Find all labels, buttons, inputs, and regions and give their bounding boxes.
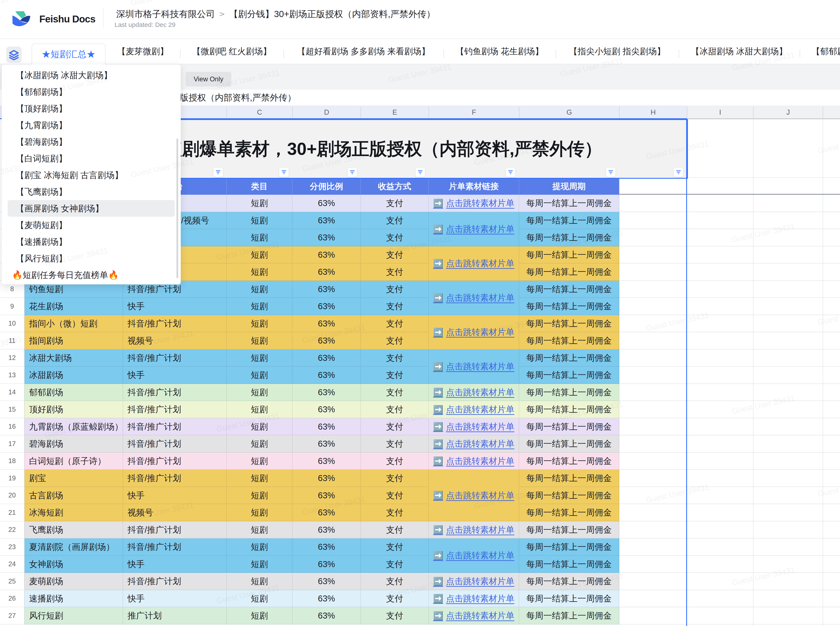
dropdown-item-10[interactable]: 【麦萌短剧】: [8, 217, 175, 233]
dropdown-scrollbar[interactable]: [177, 138, 178, 278]
cell-E14: 支付: [361, 384, 429, 401]
column-header-J[interactable]: J: [753, 105, 823, 119]
cell-G16: 每周一结算上一周佣金: [519, 418, 619, 435]
dropdown-item-11[interactable]: 【速播剧场】: [8, 233, 175, 250]
tab-sheet-6[interactable]: 【冰甜剧场 冰甜大剧场】: [679, 39, 799, 64]
tab-sheet-4[interactable]: 【钓鱼剧场 花生剧场】: [444, 39, 556, 64]
material-link[interactable]: ➡️点击跳转素材片单: [433, 421, 514, 433]
gridline-h: [619, 573, 840, 573]
material-link[interactable]: ➡️点击跳转素材片单: [433, 387, 514, 398]
filter-button-D[interactable]: [347, 167, 357, 177]
column-header-G[interactable]: G: [519, 105, 619, 119]
filter-button-H[interactable]: [674, 167, 683, 177]
gridline-h: [619, 624, 840, 624]
material-link[interactable]: ➡️点击跳转素材片单: [433, 361, 514, 372]
dropdown-item-3[interactable]: 【顶好剧场】: [8, 100, 175, 117]
material-link[interactable]: ➡️点击跳转素材片单: [433, 490, 514, 501]
cell-C7: 短剧: [227, 263, 293, 281]
cell-A13: 冰甜剧场: [25, 366, 123, 384]
cell-D10: 63%: [293, 315, 361, 332]
dropdown-item-2[interactable]: 【郁郁剧场】: [8, 83, 175, 100]
filter-range-border: [619, 194, 840, 195]
cell-F16: ➡️点击跳转素材片单: [429, 418, 519, 435]
dropdown-item-5[interactable]: 【碧海剧场】: [8, 133, 175, 150]
material-link-label: 点击跳转素材片单: [446, 575, 514, 587]
row-number-9: 9: [0, 298, 25, 315]
dropdown-item-1[interactable]: 【冰甜剧场 冰甜大剧场】: [8, 67, 175, 83]
cell-A18: 白词短剧（原子诗）: [25, 452, 123, 470]
material-link[interactable]: ➡️点击跳转素材片单: [433, 549, 514, 561]
material-link[interactable]: ➡️点击跳转素材片单: [433, 610, 514, 621]
material-link-label: 点击跳转素材片单: [446, 361, 514, 372]
material-link[interactable]: ➡️点击跳转素材片单: [433, 258, 514, 269]
cell-G19: 每周一结算上一周佣金: [519, 470, 619, 487]
filter-button-C[interactable]: [279, 167, 289, 177]
material-link[interactable]: ➡️点击跳转素材片单: [433, 524, 514, 536]
cell-C10: 短剧: [227, 315, 293, 332]
gridline-v: [753, 119, 754, 626]
cell-B14: 抖音/推广计划: [123, 384, 227, 401]
row-number-11: 11: [0, 332, 25, 349]
cell-B16: 抖音/推广计划: [123, 418, 227, 435]
material-link[interactable]: ➡️点击跳转素材片单: [433, 197, 514, 209]
material-link[interactable]: ➡️点击跳转素材片单: [433, 575, 514, 587]
column-header-I[interactable]: I: [687, 105, 753, 119]
filter-button-B[interactable]: [213, 167, 223, 177]
material-link[interactable]: ➡️点击跳转素材片单: [433, 455, 514, 467]
cell-C20: 短剧: [227, 487, 293, 504]
cell-D16: 63%: [293, 418, 361, 435]
gridline-h: [619, 332, 840, 332]
material-link[interactable]: ➡️点击跳转素材片单: [433, 326, 514, 338]
column-header-C[interactable]: C: [227, 105, 293, 119]
dropdown-item-6[interactable]: 【白词短剧】: [8, 150, 175, 167]
row-number-20: 20: [0, 487, 25, 504]
cell-D15: 63%: [293, 401, 361, 418]
cell-C16: 短剧: [227, 418, 293, 435]
dropdown-item-9[interactable]: 【画屏剧场 女神剧场】: [8, 200, 175, 217]
column-header-D[interactable]: D: [293, 105, 361, 119]
dropdown-item-4[interactable]: 【九霄剧场】: [8, 117, 175, 133]
tab-sheet-3[interactable]: 【超好看剧场 多多剧场 来看剧场】: [284, 39, 444, 64]
dropdown-item-13[interactable]: 🔥短剧任务每日充值榜单🔥: [8, 267, 175, 283]
dropdown-item-12[interactable]: 【风行短剧】: [8, 250, 175, 267]
tab-sheet-1[interactable]: 【麦芽微剧】: [105, 39, 180, 64]
breadcrumb-org[interactable]: 深圳市格子科技有限公司: [116, 9, 215, 19]
material-link[interactable]: ➡️点击跳转素材片单: [433, 593, 514, 604]
tab-sheet-5[interactable]: 【指尖小短剧 指尖剧场】: [556, 39, 679, 64]
dropdown-item-8[interactable]: 【飞鹰剧场】: [8, 183, 175, 200]
cell-E22: 支付: [361, 521, 429, 538]
tab-active-summary[interactable]: ★短剧汇总★: [31, 44, 105, 64]
cell-F3: ➡️点击跳转素材片单: [429, 195, 519, 212]
material-link[interactable]: ➡️点击跳转素材片单: [433, 223, 514, 235]
gridline-h: [619, 590, 840, 590]
material-link[interactable]: ➡️点击跳转素材片单: [433, 404, 514, 415]
column-header-H[interactable]: H: [619, 105, 687, 119]
gridline-h: [619, 228, 840, 229]
material-link[interactable]: ➡️点击跳转素材片单: [433, 438, 514, 450]
cell-E18: 支付: [361, 452, 429, 470]
view-only-badge: View Only: [186, 72, 231, 86]
cell-E8: 支付: [361, 281, 429, 298]
filter-button-G[interactable]: [606, 167, 616, 177]
filter-button-F[interactable]: [506, 167, 516, 177]
cell-G27: 每周一结算上一周佣金: [519, 607, 619, 624]
cell-D26: 63%: [293, 590, 361, 607]
cell-G15: 每周一结算上一周佣金: [519, 401, 619, 418]
filter-button-E[interactable]: [415, 167, 425, 177]
dropdown-item-7[interactable]: 【剧宝 冰海短剧 古言剧场】: [8, 167, 175, 183]
feishu-sheet-page: Feishu Docs 深圳市格子科技有限公司>【剧分钱】30+剧场正版授权（内…: [0, 0, 840, 626]
cell-B9: 快手: [123, 298, 227, 315]
material-link[interactable]: ➡️点击跳转素材片单: [433, 292, 514, 304]
all-sheets-button[interactable]: [6, 47, 22, 63]
cell-C21: 短剧: [227, 504, 293, 521]
cell-B25: 抖音/推广计划: [123, 573, 227, 590]
cell-E13: 支付: [361, 366, 429, 384]
gridline-h: [619, 297, 840, 298]
column-header-F[interactable]: F: [429, 105, 519, 119]
gridline-h: [619, 315, 840, 315]
tab-sheet-2[interactable]: 【微剧吧 红火剧场】: [180, 39, 284, 64]
cell-C18: 短剧: [227, 452, 293, 470]
cell-D13: 63%: [293, 366, 361, 384]
column-header-E[interactable]: E: [361, 105, 429, 119]
tab-sheet-7[interactable]: 【郁郁剧场】: [799, 39, 840, 64]
